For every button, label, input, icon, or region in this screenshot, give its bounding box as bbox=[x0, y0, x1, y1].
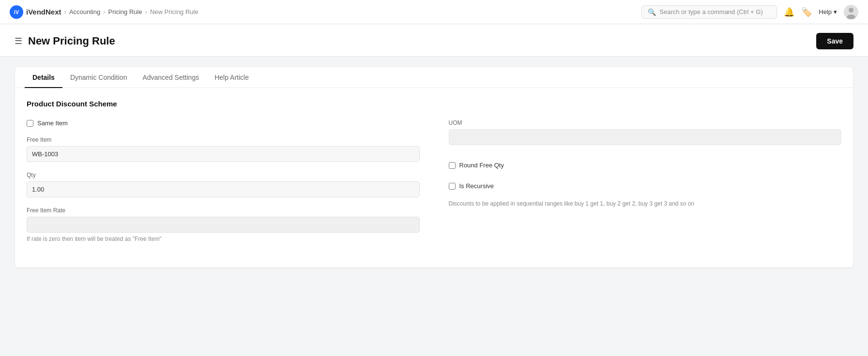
topnav-right: 🔍 Search or type a command (Ctrl + G) 🔔 … bbox=[641, 5, 858, 19]
help-label: Help bbox=[819, 8, 832, 15]
form-col-right: UOM Round Free Qty Is Recursive bbox=[449, 119, 842, 252]
free-item-rate-input[interactable] bbox=[27, 217, 420, 233]
same-item-label[interactable]: Same Item bbox=[37, 119, 68, 127]
breadcrumb-sep-1: › bbox=[64, 8, 66, 15]
page-header-left: ☰ New Pricing Rule bbox=[15, 35, 115, 47]
is-recursive-group: Is Recursive Discounts to be applied in … bbox=[449, 182, 842, 208]
breadcrumb-accounting[interactable]: Accounting bbox=[69, 8, 100, 15]
round-free-qty-row: Round Free Qty bbox=[449, 162, 842, 169]
breadcrumb-new-pricing-rule[interactable]: New Pricing Rule bbox=[150, 8, 198, 15]
logo[interactable]: iV iVendNext bbox=[10, 5, 61, 19]
main-content: Details Dynamic Condition Advanced Setti… bbox=[0, 57, 868, 356]
notifications-icon[interactable]: 🔔 bbox=[784, 7, 794, 17]
free-item-group: Free Item bbox=[27, 136, 420, 162]
is-recursive-checkbox[interactable] bbox=[449, 183, 456, 190]
round-free-qty-checkbox[interactable] bbox=[449, 162, 456, 169]
tab-advanced-settings[interactable]: Advanced Settings bbox=[135, 67, 207, 88]
free-item-rate-group: Free Item Rate If rate is zero then item… bbox=[27, 207, 420, 242]
svg-point-1 bbox=[849, 8, 853, 13]
search-icon: 🔍 bbox=[648, 8, 656, 16]
free-item-rate-label: Free Item Rate bbox=[27, 207, 420, 214]
logo-icon: iV bbox=[10, 5, 23, 19]
tag-icon[interactable]: 🏷️ bbox=[801, 7, 812, 17]
page-title: New Pricing Rule bbox=[28, 35, 115, 47]
qty-label: Qty bbox=[27, 172, 420, 178]
avatar[interactable] bbox=[844, 5, 858, 19]
form-col-left: Same Item Free Item Qty Free Item Ra bbox=[27, 119, 420, 252]
top-nav: iV iVendNext › Accounting › Pricing Rule… bbox=[0, 0, 868, 24]
is-recursive-label[interactable]: Is Recursive bbox=[459, 182, 494, 190]
tab-details[interactable]: Details bbox=[25, 67, 62, 88]
search-placeholder: Search or type a command (Ctrl + G) bbox=[659, 8, 763, 15]
free-item-input[interactable] bbox=[27, 146, 420, 162]
free-item-label: Free Item bbox=[27, 136, 420, 143]
breadcrumb-sep-3: › bbox=[145, 8, 147, 15]
breadcrumb-pricing-rule[interactable]: Pricing Rule bbox=[108, 8, 142, 15]
app-name: iVendNext bbox=[26, 8, 61, 16]
same-item-checkbox[interactable] bbox=[27, 120, 33, 127]
bottom-divider bbox=[15, 267, 853, 268]
help-button[interactable]: Help ▾ bbox=[819, 8, 837, 15]
uom-group: UOM bbox=[449, 119, 842, 145]
round-free-qty-label[interactable]: Round Free Qty bbox=[459, 162, 504, 169]
help-dropdown-icon: ▾ bbox=[834, 8, 837, 15]
form-card: Details Dynamic Condition Advanced Setti… bbox=[15, 66, 853, 268]
form-section: Product Discount Scheme Same Item Free I… bbox=[15, 88, 853, 267]
form-grid: Same Item Free Item Qty Free Item Ra bbox=[27, 119, 841, 252]
qty-group: Qty bbox=[27, 172, 420, 197]
uom-input[interactable] bbox=[449, 129, 842, 145]
search-box[interactable]: 🔍 Search or type a command (Ctrl + G) bbox=[641, 5, 777, 19]
page-header: ☰ New Pricing Rule Save bbox=[0, 24, 868, 57]
free-item-rate-hint: If rate is zero then item will be treate… bbox=[27, 236, 420, 242]
same-item-row: Same Item bbox=[27, 119, 420, 127]
qty-input[interactable] bbox=[27, 181, 420, 197]
hamburger-icon[interactable]: ☰ bbox=[15, 36, 22, 46]
save-button[interactable]: Save bbox=[816, 33, 853, 49]
tabs: Details Dynamic Condition Advanced Setti… bbox=[15, 67, 853, 88]
section-title: Product Discount Scheme bbox=[27, 100, 841, 108]
tab-help-article[interactable]: Help Article bbox=[207, 67, 257, 88]
is-recursive-hint: Discounts to be applied in sequential ra… bbox=[449, 199, 842, 208]
breadcrumb-sep-2: › bbox=[103, 8, 105, 15]
tab-dynamic-condition[interactable]: Dynamic Condition bbox=[62, 67, 135, 88]
uom-label: UOM bbox=[449, 119, 842, 126]
is-recursive-row: Is Recursive bbox=[449, 182, 842, 190]
topnav-left: iV iVendNext › Accounting › Pricing Rule… bbox=[10, 5, 198, 19]
